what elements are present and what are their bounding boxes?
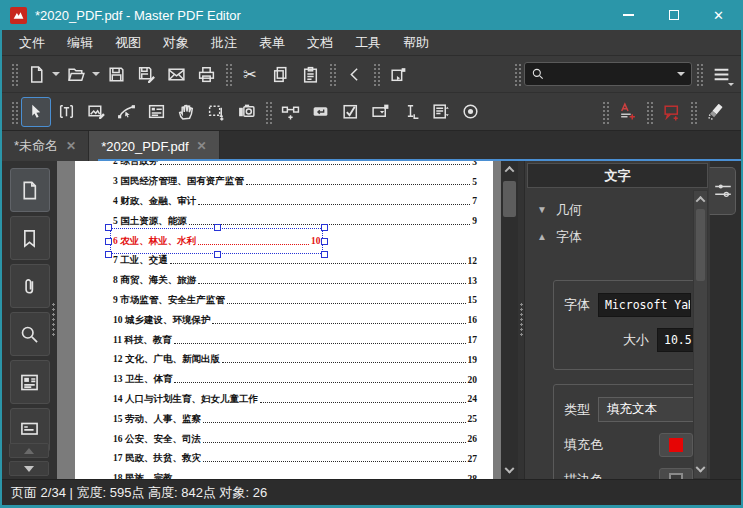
menu-object[interactable]: 对象 (152, 30, 200, 55)
add-text-tool[interactable] (612, 97, 642, 127)
selection-handle[interactable] (105, 251, 112, 258)
toc-row[interactable]: 4 财政、金融、审计 7 (113, 192, 477, 212)
pdf-page[interactable]: 2 综合政务 3 3 国民经济管理、国有资产监管 5 (75, 161, 493, 479)
main-menu-button[interactable] (706, 59, 736, 89)
new-document-button[interactable] (21, 59, 51, 89)
toolbar-grip[interactable] (645, 100, 653, 124)
selection-handle[interactable] (321, 224, 328, 231)
combobox-tool[interactable] (365, 97, 395, 127)
panel-scrollbar[interactable] (693, 190, 708, 479)
menu-forms[interactable]: 表单 (248, 30, 296, 55)
edit-image-tool[interactable] (81, 97, 111, 127)
font-name-field[interactable]: Microsoft YaHei (598, 293, 691, 317)
toc-row[interactable]: 14 人口与计划生育、妇女儿童工作 24 (113, 390, 477, 410)
cut-button[interactable]: ✂ (235, 59, 265, 89)
tab-2020-pdf[interactable]: *2020_PDF.pdf ✕ (89, 131, 220, 161)
pages-panel-button[interactable] (10, 168, 50, 212)
menu-view[interactable]: 视图 (104, 30, 152, 55)
selection-handle[interactable] (214, 251, 221, 258)
edit-forms-tool[interactable] (141, 97, 171, 127)
scroll-down-button[interactable] (501, 463, 518, 479)
selection-handle[interactable] (321, 238, 328, 245)
selection-handle[interactable] (105, 224, 112, 231)
selection-handle[interactable] (214, 224, 221, 231)
save-button[interactable] (101, 59, 131, 89)
toc-row[interactable]: 18 民族、宗教 28 (113, 469, 477, 479)
toolbar-grip[interactable] (328, 62, 336, 86)
open-button[interactable] (61, 59, 91, 89)
scroll-up-button[interactable] (501, 161, 518, 177)
attachments-panel-button[interactable] (10, 264, 50, 308)
geometry-section-header[interactable]: ▼ 几何 (537, 196, 690, 223)
tab-close-icon[interactable]: ✕ (197, 139, 207, 153)
selection-handle[interactable] (105, 238, 112, 245)
panel-scroll-up-button[interactable] (694, 191, 707, 207)
toolbar-grip[interactable] (10, 100, 18, 124)
toc-row[interactable]: 11 科技、教育 17 (113, 330, 477, 350)
bookmarks-panel-button[interactable] (10, 216, 50, 260)
tab-untitled[interactable]: *未命名 ✕ (2, 131, 89, 161)
minimize-button[interactable] (606, 0, 651, 30)
properties-flyout-tab[interactable] (709, 167, 736, 215)
toc-row[interactable]: 8 商贸、海关、旅游 13 (113, 271, 477, 291)
add-callout-tool[interactable] (656, 97, 686, 127)
search-panel-button[interactable] (10, 312, 50, 356)
menu-annotation[interactable]: 批注 (200, 30, 248, 55)
eraser-highlighter-tool[interactable] (700, 97, 730, 127)
panel-scrollbar-thumb[interactable] (696, 209, 705, 281)
fill-color-button[interactable] (659, 433, 693, 457)
app-logo-icon[interactable] (10, 7, 27, 24)
toolbar-grip[interactable] (689, 100, 697, 124)
edit-path-tool[interactable] (111, 97, 141, 127)
toc-row[interactable]: 16 公安、安全、司法 26 (113, 429, 477, 449)
document-scrollbar[interactable] (501, 161, 518, 479)
search-input[interactable] (550, 67, 672, 81)
toc-row[interactable]: 9 市场监管、安全生产监管 15 (113, 291, 477, 311)
toolbar-grip[interactable] (695, 62, 703, 86)
workspace-button[interactable] (383, 59, 413, 89)
select-region-tool[interactable] (201, 97, 231, 127)
toc-row[interactable]: 13 卫生、体育 20 (113, 370, 477, 390)
toc-row[interactable]: 15 劳动、人事、监察 25 (113, 409, 477, 429)
close-button[interactable]: ✕ (696, 0, 741, 30)
select-tool[interactable] (21, 97, 51, 127)
toc-row[interactable]: 10 城乡建设、环境保护 16 (113, 310, 477, 330)
panel-scroll-down-button[interactable] (694, 462, 707, 478)
toolbar-grip[interactable] (224, 62, 232, 86)
toolbar-grip[interactable] (513, 62, 521, 86)
snapshot-tool[interactable] (231, 97, 261, 127)
text-type-dropdown[interactable]: 填充文本 (598, 397, 699, 422)
copy-button[interactable] (265, 59, 295, 89)
form-fields-panel-button[interactable] (10, 360, 50, 404)
toc-row[interactable]: 17 民政、扶贫、救灾 27 (113, 449, 477, 469)
listbox-tool[interactable] (425, 97, 455, 127)
checkbox-tool[interactable] (335, 97, 365, 127)
selection-handle[interactable] (321, 251, 328, 258)
toolbar-grip[interactable] (264, 100, 272, 124)
menu-document[interactable]: 文档 (296, 30, 344, 55)
hand-tool[interactable] (171, 97, 201, 127)
save-as-button[interactable] (131, 59, 161, 89)
print-button[interactable] (191, 59, 221, 89)
pushbutton-tool[interactable] (305, 97, 335, 127)
toolbar-grip[interactable] (10, 62, 18, 86)
toolbar-grip[interactable] (601, 100, 609, 124)
link-tool[interactable] (275, 97, 305, 127)
toc-row[interactable]: 6 农业、林业、水利 10 (113, 231, 320, 251)
new-document-dropdown[interactable] (51, 59, 61, 89)
sidebar-scroll-down-button[interactable] (9, 461, 49, 476)
toc-row[interactable]: 5 国土资源、能源 9 (113, 211, 477, 231)
radiobutton-tool[interactable] (455, 97, 485, 127)
search-dropdown-icon[interactable] (677, 72, 685, 76)
open-dropdown[interactable] (91, 59, 101, 89)
toolbar-grip[interactable] (372, 62, 380, 86)
sidebar-splitter[interactable] (51, 302, 56, 338)
stroke-color-button[interactable] (659, 468, 693, 479)
menu-file[interactable]: 文件 (8, 30, 56, 55)
scrollbar-thumb[interactable] (503, 181, 516, 217)
textfield-tool[interactable] (395, 97, 425, 127)
toc-row[interactable]: 2 综合政务 3 (113, 161, 477, 172)
sidebar-scroll-up-button[interactable] (9, 443, 49, 458)
undo-back-button[interactable] (339, 59, 369, 89)
menu-tools[interactable]: 工具 (344, 30, 392, 55)
